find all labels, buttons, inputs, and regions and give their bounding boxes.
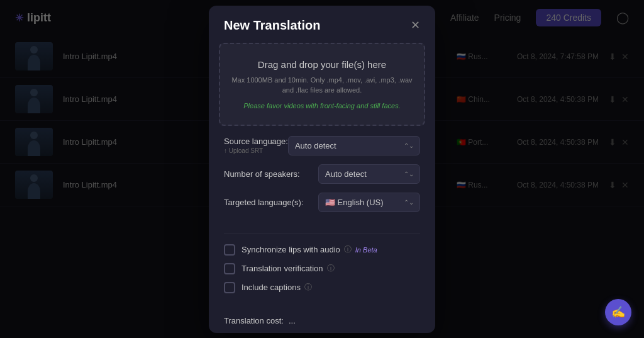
speakers-select[interactable]: Auto detect 1 2 3 4 5+ <box>318 164 420 184</box>
speakers-row: Number of speakers: Auto detect 1 2 3 4 … <box>224 164 420 184</box>
speakers-select-wrapper: Auto detect 1 2 3 4 5+ <box>318 164 420 184</box>
cost-label: Translation cost: <box>224 316 284 325</box>
target-language-row: Targeted language(s): 🇺🇸 English (US) 🇪🇸… <box>224 193 420 212</box>
target-language-select-wrapper: 🇺🇸 English (US) 🇪🇸 Spanish 🇫🇷 French 🇩🇪 … <box>318 193 420 212</box>
beta-badge: In Beta <box>355 246 377 254</box>
source-language-select[interactable]: Auto detect English Spanish French Germa… <box>288 136 420 155</box>
file-drop-zone[interactable]: Drag and drop your file(s) here Max 1000… <box>219 43 425 126</box>
translation-verification-info-icon[interactable]: ⓘ <box>327 263 335 274</box>
chat-icon: ✍ <box>611 305 625 319</box>
sync-lips-row: Synchronize lips with audio ⓘ In Beta <box>224 244 420 256</box>
source-language-select-wrapper: Auto detect English Spanish French Germa… <box>288 136 420 155</box>
translation-verification-checkbox[interactable] <box>224 263 235 274</box>
modal-footer: Translation cost: ... Launch Translation <box>209 308 435 333</box>
form-section: Source language: ↑ Upload SRT Auto detec… <box>209 126 435 231</box>
upload-srt-label[interactable]: ↑ Upload SRT <box>224 147 288 154</box>
sync-lips-checkbox[interactable] <box>224 244 235 256</box>
target-language-select[interactable]: 🇺🇸 English (US) 🇪🇸 Spanish 🇫🇷 French 🇩🇪 … <box>318 193 420 212</box>
include-captions-label: Include captions ⓘ <box>242 282 312 293</box>
include-captions-row: Include captions ⓘ <box>224 282 420 293</box>
modal-header: New Translation ✕ <box>209 6 435 33</box>
options-section: Synchronize lips with audio ⓘ In Beta Tr… <box>209 237 435 308</box>
new-translation-modal: New Translation ✕ Drag and drop your fil… <box>209 6 435 333</box>
sync-lips-info-icon[interactable]: ⓘ <box>344 244 352 255</box>
modal-overlay: New Translation ✕ Drag and drop your fil… <box>0 0 644 338</box>
modal-title: New Translation <box>224 18 320 33</box>
speakers-label: Number of speakers: <box>224 169 318 179</box>
source-language-label: Source language: <box>224 137 288 146</box>
drop-zone-title: Drag and drop your file(s) here <box>230 59 414 70</box>
sync-lips-label: Synchronize lips with audio ⓘ In Beta <box>242 244 377 255</box>
chat-bubble[interactable]: ✍ <box>605 299 631 325</box>
drop-zone-warning: Please favor videos with front-facing an… <box>230 102 414 110</box>
translation-verification-label: Translation verification ⓘ <box>242 263 335 274</box>
source-language-label-group: Source language: ↑ Upload SRT <box>224 137 288 154</box>
drop-zone-subtitle: Max 1000MB and 10min. Only .mp4, .mov, .… <box>230 75 414 96</box>
translation-verification-row: Translation verification ⓘ <box>224 263 420 274</box>
modal-close-button[interactable]: ✕ <box>411 20 420 31</box>
cost-value: ... <box>289 316 296 325</box>
target-language-label: Targeted language(s): <box>224 198 318 207</box>
include-captions-info-icon[interactable]: ⓘ <box>304 282 312 293</box>
source-language-row: Source language: ↑ Upload SRT Auto detec… <box>224 136 420 155</box>
include-captions-checkbox[interactable] <box>224 282 235 293</box>
cost-row: Translation cost: ... <box>224 316 420 325</box>
form-divider <box>224 234 420 234</box>
